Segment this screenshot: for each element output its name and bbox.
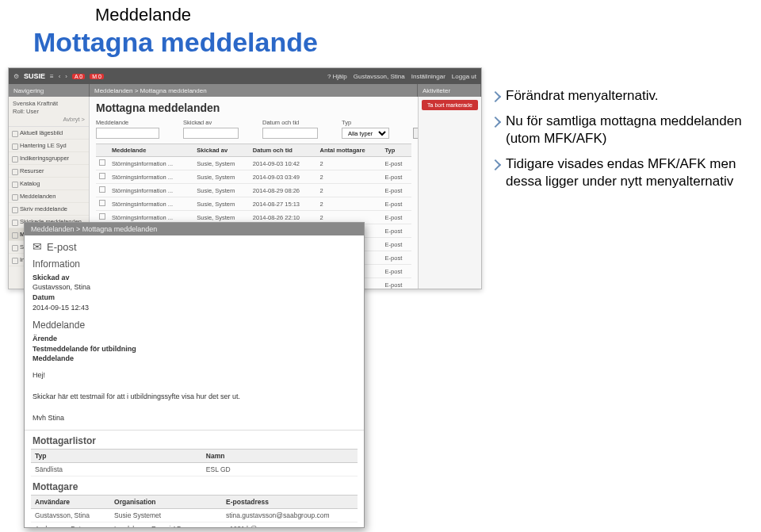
table-header[interactable]: Typ <box>382 144 411 157</box>
bullet-list: Förändrat menyalternativ. Nu för samtlig… <box>491 87 753 198</box>
m-col-org: Organisation <box>110 496 222 509</box>
filter-meddelande-input[interactable] <box>96 128 159 139</box>
ml-namn: ESL GD <box>202 463 358 477</box>
settings-link[interactable]: Inställningar <box>411 73 446 80</box>
slide-title: Meddelande <box>95 5 191 25</box>
table-cell: a1081.b@c.se <box>222 522 358 528</box>
table-row[interactable]: Störningsinformation ...Susie, System201… <box>96 197 411 211</box>
filter-datum-input[interactable] <box>262 128 318 139</box>
ml-col-namn: Namn <box>202 450 358 463</box>
message-detail-popup: Meddelanden > Mottagna meddelanden ✉ E-p… <box>24 222 365 528</box>
ml-typ: Sändlista <box>31 463 202 477</box>
m-col-email: E-postadress <box>222 496 358 509</box>
table-cell: E-post <box>382 265 411 278</box>
row-checkbox[interactable] <box>96 197 109 211</box>
table-cell: E-post <box>382 184 411 197</box>
row-checkbox[interactable] <box>96 170 109 184</box>
sidebar-item[interactable]: Hantering LE Syd <box>9 140 89 152</box>
filter-skickad-label: Skickad av <box>183 119 239 126</box>
filter-datum-label: Datum och tid <box>262 119 318 126</box>
delete-selected-button[interactable]: Ta bort markerade <box>422 100 478 110</box>
user-name[interactable]: Gustavsson, Stina <box>354 73 405 80</box>
table-row: Sändlista ESL GD <box>31 463 358 477</box>
table-cell: 2014-08-27 15:13 <box>250 197 317 211</box>
bullet-item: Förändrat menyalternativ. <box>491 87 753 105</box>
topbar: ⚙ SUSIE ≡ ‹ › A 0 M 0 ? Hjälp Gustavsson… <box>9 68 481 84</box>
help-link[interactable]: ? Hjälp <box>327 73 347 80</box>
menu-icon[interactable]: ≡ <box>50 73 54 80</box>
filter-typ-select[interactable]: Alla typer <box>342 128 389 139</box>
date-label: Datum <box>33 293 55 301</box>
sidebar-company: Svenska Kraftnät <box>13 100 85 108</box>
sidebar-item[interactable]: Aktuell lägesbild <box>9 127 89 140</box>
table-cell: E-post <box>382 278 411 289</box>
table-cell: E-post <box>382 211 411 224</box>
table-cell: E-post <box>382 157 411 170</box>
table-cell: 2014-09-03 10:42 <box>250 157 317 170</box>
meddelande-heading: Meddelande <box>33 319 356 332</box>
sidebar-hide[interactable]: Avbryt > <box>13 116 85 124</box>
table-cell: Gustavsson, Stina <box>31 509 110 522</box>
alert-badge[interactable]: A 0 <box>72 74 85 79</box>
mottagare-table: Användare Organisation E-postadress Gust… <box>31 495 358 528</box>
table-cell: 2 <box>317 184 382 197</box>
app-logo: SUSIE <box>24 72 45 80</box>
gear-icon[interactable]: ⚙ <box>13 73 19 80</box>
nav-next-icon[interactable]: › <box>65 73 67 80</box>
ml-col-typ: Typ <box>31 450 202 463</box>
mottagarlistor-heading: Mottagarlistor <box>25 431 364 449</box>
table-header[interactable]: Datum och tid <box>250 144 317 157</box>
sidebar-item[interactable]: Resurser <box>9 165 89 178</box>
filter-skickad-input[interactable] <box>183 128 239 139</box>
arende-value: Testmeddelande för utbildning <box>33 345 136 353</box>
table-cell: 2014-09-03 03:49 <box>250 170 317 184</box>
table-header[interactable]: Antal mottagare <box>317 144 382 157</box>
table-cell: E-post <box>382 238 411 251</box>
table-header[interactable] <box>96 144 109 157</box>
popup-body: Hej! Skickar här ett testmail för att i … <box>25 367 364 431</box>
popup-epost-label: E-post <box>47 241 77 253</box>
sidebar-item[interactable]: Indikeringsgrupper <box>9 152 89 165</box>
sent-by-label: Skickad av <box>33 274 70 281</box>
popup-info: Information Skickad av Gustavsson, Stina… <box>25 255 364 316</box>
table-header[interactable]: Meddelande <box>109 144 193 157</box>
nav-prev-icon[interactable]: ‹ <box>59 73 61 80</box>
activities-header: Aktiviteter <box>418 84 481 97</box>
info-heading: Information <box>33 258 356 271</box>
mottagarlistor-table: Typ Namn Sändlista ESL GD <box>31 449 358 477</box>
body-line: Skickar här ett testmail för att i utbil… <box>33 392 356 403</box>
sidebar-item[interactable]: Skriv meddelande <box>9 203 89 216</box>
sidebar-item[interactable]: Meddelanden <box>9 190 89 203</box>
table-cell: E-post <box>382 197 411 211</box>
table-cell: Susie, System <box>193 157 250 170</box>
table-cell: Susie Systemet <box>110 509 222 522</box>
table-cell: Susie, System <box>193 197 250 211</box>
filter-meddelande-label: Meddelande <box>96 119 159 126</box>
row-checkbox[interactable] <box>96 157 109 170</box>
table-row[interactable]: Störningsinformation ...Susie, System201… <box>96 184 411 197</box>
table-cell: Susie, System <box>193 170 250 184</box>
logout-link[interactable]: Logga ut <box>452 73 476 80</box>
popup-breadcrumb: Meddelanden > Mottagna meddelanden <box>25 223 364 235</box>
date-value: 2014-09-15 12:43 <box>33 304 89 312</box>
page-title: Mottagna meddelanden <box>96 101 411 114</box>
table-cell: 2014-08-29 08:26 <box>250 184 317 197</box>
table-row: Gustavsson, StinaSusie Systemetstina.gus… <box>31 509 358 522</box>
slide-subtitle: Mottagna meddelande <box>33 27 318 58</box>
row-checkbox[interactable] <box>96 184 109 197</box>
bullet-item: Tidigare visades endas MFK/AFK men dessa… <box>491 155 753 190</box>
table-row[interactable]: Störningsinformation ...Susie, System201… <box>96 170 411 184</box>
sent-by-value: Gustavsson, Stina <box>33 283 90 291</box>
envelope-icon: ✉ <box>33 240 42 253</box>
table-row[interactable]: Störningsinformation ...Susie, System201… <box>96 157 411 170</box>
breadcrumb: Meddelanden > Mottagna meddelanden <box>90 84 418 97</box>
bullet-item: Nu för samtliga mottagna meddelanden (ut… <box>491 113 753 147</box>
activities-panel: Ta bort markerade <box>418 97 481 289</box>
table-header[interactable]: Skickad av <box>193 144 250 157</box>
filter-bar: Meddelande Skickad av Datum och tid TypA… <box>96 119 411 139</box>
table-cell: Störningsinformation ... <box>109 184 193 197</box>
sidebar-item[interactable]: Katalog <box>9 178 89 190</box>
table-cell: E-post <box>382 251 411 265</box>
message-badge[interactable]: M 0 <box>90 74 104 79</box>
table-cell: Störningsinformation ... <box>109 157 193 170</box>
